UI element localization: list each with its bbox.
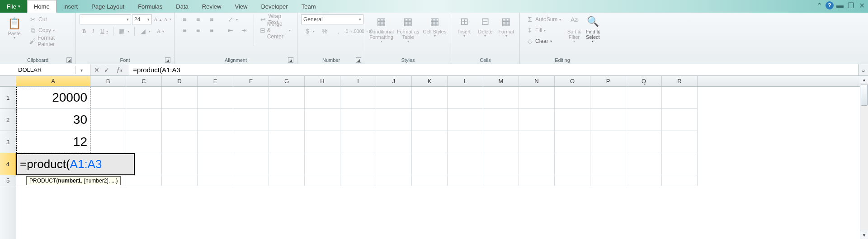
column-header-G[interactable]: G	[269, 76, 305, 86]
cell-Q5[interactable]	[626, 175, 662, 186]
bold-button[interactable]: B	[80, 26, 89, 36]
align-bottom-button[interactable]: ≡	[205, 14, 218, 24]
cell-O3[interactable]	[555, 131, 590, 153]
conditional-formatting-button[interactable]: ▦Conditional Formatting▾	[369, 14, 394, 44]
cell-styles-button[interactable]: ▦Cell Styles▾	[422, 14, 447, 38]
cell-L2[interactable]	[448, 109, 483, 131]
delete-cells-button[interactable]: ⊟Delete▾	[476, 14, 495, 38]
cell-N3[interactable]	[519, 131, 555, 153]
cell-K5[interactable]	[412, 175, 448, 186]
cell-M4[interactable]	[483, 153, 519, 175]
tab-team[interactable]: Team	[295, 0, 323, 13]
cell-K2[interactable]	[412, 109, 448, 131]
border-button[interactable]: ▦▾	[116, 26, 132, 36]
merge-center-button[interactable]: ⊟Merge & Center▾	[257, 25, 293, 35]
cell-J5[interactable]	[376, 175, 412, 186]
cell-A4[interactable]: =product(A1:A3	[16, 153, 135, 175]
comma-button[interactable]: ,	[332, 26, 344, 36]
cell-H1[interactable]	[305, 87, 340, 109]
cell-G5[interactable]	[269, 175, 305, 186]
cell-L5[interactable]	[448, 175, 483, 186]
cell-I5[interactable]	[340, 175, 376, 186]
format-cells-button[interactable]: ▦Format▾	[497, 14, 516, 38]
cell-K3[interactable]	[412, 131, 448, 153]
cell-D5[interactable]	[162, 175, 198, 186]
column-header-O[interactable]: O	[555, 76, 590, 86]
cell-M5[interactable]	[483, 175, 519, 186]
cell-I2[interactable]	[340, 109, 376, 131]
italic-button[interactable]: I	[90, 26, 97, 36]
align-middle-button[interactable]: ≡	[192, 14, 204, 24]
cell-G4[interactable]	[269, 153, 305, 175]
find-select-button[interactable]: 🔍Find & Select▾	[585, 14, 601, 44]
scroll-up-icon[interactable]: ▲	[860, 76, 868, 84]
vertical-scrollbar[interactable]: ▲ ▼	[860, 76, 868, 239]
tab-developer[interactable]: Developer	[254, 0, 294, 13]
number-launcher[interactable]: ◢	[356, 57, 361, 63]
column-header-D[interactable]: D	[162, 76, 198, 86]
cell-L4[interactable]	[448, 153, 483, 175]
cell-Q4[interactable]	[626, 153, 662, 175]
cell-O2[interactable]	[555, 109, 590, 131]
cancel-formula-icon[interactable]: ✕	[94, 66, 99, 74]
cell-C3[interactable]	[126, 131, 162, 153]
align-left-button[interactable]: ≡	[178, 25, 191, 35]
row-header-2[interactable]: 2	[0, 109, 16, 131]
window-close-icon[interactable]: ✕	[857, 1, 866, 9]
cell-D2[interactable]	[162, 109, 198, 131]
cell-A1[interactable]: 20000	[16, 87, 90, 109]
copy-button[interactable]: ⧉Copy▾	[27, 25, 72, 35]
column-header-P[interactable]: P	[590, 76, 626, 86]
increase-decimal-button[interactable]: .0→.00	[345, 26, 358, 36]
column-header-K[interactable]: K	[412, 76, 448, 86]
cell-B2[interactable]	[90, 109, 126, 131]
cell-M2[interactable]	[483, 109, 519, 131]
cell-C2[interactable]	[126, 109, 162, 131]
cell-N5[interactable]	[519, 175, 555, 186]
cell-D1[interactable]	[162, 87, 198, 109]
column-header-Q[interactable]: Q	[626, 76, 662, 86]
cell-L1[interactable]	[448, 87, 483, 109]
font-size-combo[interactable]: 24▾	[132, 14, 152, 24]
column-header-L[interactable]: L	[448, 76, 483, 86]
tab-view[interactable]: View	[228, 0, 254, 13]
cell-I3[interactable]	[340, 131, 376, 153]
cell-P5[interactable]	[590, 175, 626, 186]
cell-G1[interactable]	[269, 87, 305, 109]
cell-P1[interactable]	[590, 87, 626, 109]
row-header-3[interactable]: 3	[0, 131, 16, 153]
tab-file[interactable]: File▾	[0, 0, 27, 13]
cell-A3[interactable]: 12	[16, 131, 90, 153]
column-header-M[interactable]: M	[483, 76, 519, 86]
align-top-button[interactable]: ≡	[178, 14, 191, 24]
cell-H5[interactable]	[305, 175, 340, 186]
insert-cells-button[interactable]: ⊞Insert▾	[455, 14, 474, 38]
cell-K1[interactable]	[412, 87, 448, 109]
name-box[interactable]: DOLLAR ▾	[0, 64, 90, 75]
cell-F3[interactable]	[233, 131, 269, 153]
cell-B3[interactable]	[90, 131, 126, 153]
cell-F2[interactable]	[233, 109, 269, 131]
cell-D4[interactable]	[162, 153, 198, 175]
currency-button[interactable]: $▾	[301, 26, 317, 36]
cell-F5[interactable]	[233, 175, 269, 186]
ribbon-minimize-icon[interactable]: ⌃	[815, 1, 824, 9]
tab-data[interactable]: Data	[169, 0, 195, 13]
help-icon[interactable]: ?	[826, 1, 834, 9]
window-minimize-icon[interactable]: ▬	[835, 1, 844, 9]
cell-H3[interactable]	[305, 131, 340, 153]
cell-Q3[interactable]	[626, 131, 662, 153]
cell-O4[interactable]	[555, 153, 590, 175]
cell-R1[interactable]	[662, 87, 698, 109]
cell-P3[interactable]	[590, 131, 626, 153]
column-header-A[interactable]: A	[16, 76, 90, 86]
orientation-button[interactable]: ⤢▾	[224, 14, 241, 24]
column-header-C[interactable]: C	[126, 76, 162, 86]
cell-J1[interactable]	[376, 87, 412, 109]
tab-page-layout[interactable]: Page Layout	[85, 0, 131, 13]
tab-insert[interactable]: Insert	[57, 0, 85, 13]
percent-button[interactable]: %	[318, 26, 331, 36]
increase-font-button[interactable]: A▴	[153, 14, 162, 24]
cell-Q2[interactable]	[626, 109, 662, 131]
column-header-R[interactable]: R	[662, 76, 698, 86]
